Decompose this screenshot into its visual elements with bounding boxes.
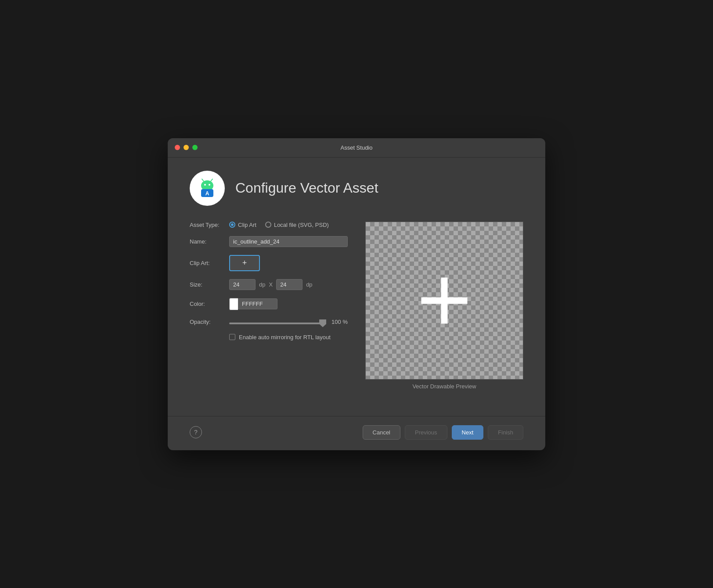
color-row: Color: xyxy=(190,298,348,310)
rtl-checkbox[interactable] xyxy=(229,334,235,340)
next-button[interactable]: Next xyxy=(452,425,484,440)
preview-section: Vector Drawable Preview xyxy=(365,222,523,390)
opacity-number: 100 xyxy=(331,319,341,325)
name-input[interactable] xyxy=(229,236,348,247)
opacity-value: 100 % xyxy=(331,319,348,325)
svg-point-3 xyxy=(209,184,210,186)
asset-type-row: Asset Type: Clip Art Local file (SVG, PS… xyxy=(190,222,348,228)
previous-button[interactable]: Previous xyxy=(405,425,447,440)
window-title: Asset Studio xyxy=(341,144,373,151)
rtl-controls: Enable auto mirroring for RTL layout xyxy=(229,334,348,341)
size-controls: dp X dp xyxy=(229,279,348,290)
finish-button[interactable]: Finish xyxy=(488,425,523,440)
clip-art-radio-label: Clip Art xyxy=(238,222,256,228)
name-label: Name: xyxy=(190,238,229,245)
name-row: Name: xyxy=(190,236,348,247)
title-bar: Asset Studio xyxy=(168,138,545,158)
preview-canvas xyxy=(365,222,523,380)
footer: ? Cancel Previous Next Finish xyxy=(168,416,545,450)
asset-type-controls: Clip Art Local file (SVG, PSD) xyxy=(229,222,348,228)
name-controls xyxy=(229,236,348,247)
color-label: Color: xyxy=(190,301,229,307)
main-area: Asset Type: Clip Art Local file (SVG, PS… xyxy=(190,222,523,390)
size-dp2-label: dp xyxy=(306,281,312,288)
size-width-input[interactable] xyxy=(229,279,256,290)
size-row: Size: dp X dp xyxy=(190,279,348,290)
app-icon: A xyxy=(190,171,225,206)
asset-type-label: Asset Type: xyxy=(190,222,229,228)
page-header: A Configure Vector Asset xyxy=(190,171,523,206)
preview-icon xyxy=(405,261,484,340)
opacity-controls: 100 % xyxy=(229,318,348,326)
size-height-input[interactable] xyxy=(276,279,302,290)
clip-art-row: Clip Art: + xyxy=(190,255,348,271)
cancel-button[interactable]: Cancel xyxy=(363,425,400,440)
clip-art-label: Clip Art: xyxy=(190,260,229,266)
clip-art-button[interactable]: + xyxy=(229,255,260,271)
opacity-row: Opacity: 100 % xyxy=(190,318,348,326)
traffic-lights xyxy=(175,145,198,150)
local-file-radio-label: Local file (SVG, PSD) xyxy=(274,222,329,228)
svg-text:A: A xyxy=(205,190,209,197)
rtl-row: Enable auto mirroring for RTL layout xyxy=(190,334,348,341)
maximize-button[interactable] xyxy=(192,145,198,150)
app-window: Asset Studio xyxy=(168,138,545,450)
local-file-radio[interactable] xyxy=(265,222,271,228)
preview-label: Vector Drawable Preview xyxy=(412,383,476,390)
size-label: Size: xyxy=(190,281,229,288)
form-section: Asset Type: Clip Art Local file (SVG, PS… xyxy=(190,222,348,390)
page-title: Configure Vector Asset xyxy=(235,180,378,196)
opacity-slider[interactable] xyxy=(229,323,326,324)
opacity-slider-wrap xyxy=(229,318,326,326)
clip-art-radio-option[interactable]: Clip Art xyxy=(229,222,256,228)
clip-art-controls: + xyxy=(229,255,348,271)
opacity-pct: % xyxy=(342,319,348,325)
color-input[interactable] xyxy=(238,298,277,309)
app-icon-svg: A xyxy=(195,176,220,201)
help-button[interactable]: ? xyxy=(190,426,202,438)
color-swatch[interactable] xyxy=(229,298,238,310)
color-controls xyxy=(229,298,348,310)
size-dp1-label: dp xyxy=(259,281,265,288)
close-button[interactable] xyxy=(175,145,180,150)
local-file-radio-option[interactable]: Local file (SVG, PSD) xyxy=(265,222,329,228)
svg-point-2 xyxy=(204,184,206,186)
clip-art-radio[interactable] xyxy=(229,222,235,228)
rtl-label: Enable auto mirroring for RTL layout xyxy=(239,334,331,341)
opacity-label: Opacity: xyxy=(190,319,229,325)
size-x-label: X xyxy=(269,281,273,288)
minimize-button[interactable] xyxy=(184,145,189,150)
main-content: A Configure Vector Asset Asset Type: Cli… xyxy=(168,158,545,403)
